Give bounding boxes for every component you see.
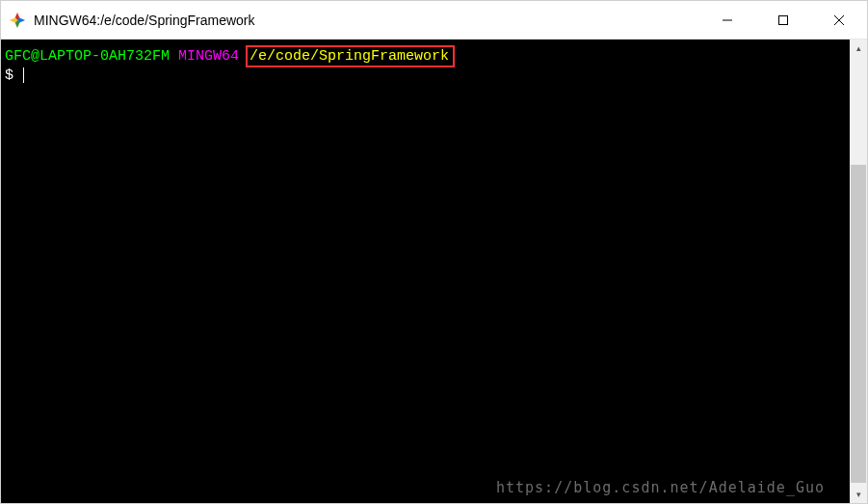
prompt-line: GFC@LAPTOP-0AH732FM MINGW64 /e/code/Spri… (5, 47, 846, 66)
command-line: $ (5, 66, 846, 86)
msys-label: MINGW64 (178, 48, 239, 65)
titlebar: MINGW64:/e/code/SpringFramework (1, 1, 867, 40)
text-cursor (23, 67, 24, 83)
maximize-button[interactable] (755, 1, 811, 39)
scroll-thumb[interactable] (851, 165, 866, 483)
window-controls (699, 1, 867, 39)
scroll-down-button[interactable]: ▾ (850, 486, 867, 503)
terminal-window: MINGW64:/e/code/SpringFramework GFC@LAPT… (0, 0, 868, 504)
app-icon (9, 12, 26, 29)
terminal-content[interactable]: GFC@LAPTOP-0AH732FM MINGW64 /e/code/Spri… (1, 40, 850, 503)
scroll-up-button[interactable]: ▴ (850, 40, 867, 57)
user-host: GFC@LAPTOP-0AH732FM (5, 48, 170, 65)
prompt-symbol: $ (5, 67, 13, 84)
watermark-text: https://blog.csdn.net/Adelaide_Guo (496, 478, 825, 497)
scrollbar[interactable]: ▴ ▾ (850, 40, 867, 503)
svg-rect-5 (779, 15, 788, 24)
terminal-area: GFC@LAPTOP-0AH732FM MINGW64 /e/code/Spri… (1, 40, 867, 503)
minimize-button[interactable] (699, 1, 755, 39)
current-path: /e/code/SpringFramework (250, 48, 449, 65)
path-highlight-box: /e/code/SpringFramework (246, 45, 455, 67)
window-title: MINGW64:/e/code/SpringFramework (34, 13, 699, 28)
close-button[interactable] (811, 1, 867, 39)
